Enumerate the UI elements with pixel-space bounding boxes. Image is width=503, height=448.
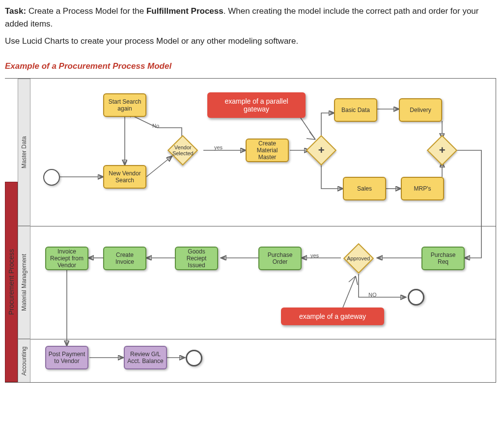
task-line-2: Use Lucid Charts to create your process …	[5, 35, 498, 48]
end-event	[186, 350, 202, 366]
gateway-vendor-selected: Vendor Selected	[168, 135, 198, 165]
label: Invoice Reciept from Vendor	[48, 248, 85, 269]
label: Goods Reciept Issued	[178, 248, 215, 269]
label: Create Material Master	[249, 140, 286, 161]
callout-text: example of a gateway	[299, 312, 366, 320]
task-delivery: Delivery	[399, 98, 442, 122]
lane-material-management: Material Management	[18, 226, 30, 339]
pool-procurement-process: Procurement Process	[5, 182, 18, 382]
lane-master-data: Master Data	[18, 79, 30, 226]
task-start-search-again: Start Search again	[103, 93, 146, 117]
label: Create Invoice	[106, 252, 143, 265]
edge-label-yes: yes	[214, 144, 223, 150]
end-event-rejected	[408, 289, 424, 306]
task-text-1a: Create a Process Model for the	[28, 6, 146, 16]
label: Sales	[357, 185, 372, 192]
lane-accounting: Accounting	[18, 339, 30, 383]
pool-title: Procurement Process	[7, 249, 15, 315]
plus-icon: +	[439, 143, 446, 156]
task-review-gl-balance: Review G/L Acct. Balance	[124, 346, 167, 369]
label: Start Search again	[106, 98, 143, 112]
plus-icon: +	[318, 143, 325, 156]
task-goods-receipt-issued: Goods Reciept Issued	[175, 247, 218, 270]
gateway-parallel-join: +	[427, 135, 457, 165]
callout-parallel-gateway: example of a parallel gateway	[207, 92, 306, 118]
label: Vendor Selected	[172, 144, 194, 156]
label: Approved	[347, 255, 370, 261]
gateway-approved: Approved	[343, 243, 374, 273]
callout-text: example of a parallel gateway	[224, 97, 288, 113]
callout-gateway: example of a gateway	[281, 308, 384, 325]
task-purchase-req: Purchase Req	[421, 247, 465, 270]
task-label: Task:	[5, 6, 26, 16]
label: Purchase Order	[261, 252, 299, 265]
task-new-vendor-search: New Vendor Search	[103, 165, 146, 189]
edge-label-yes2: yes	[310, 252, 319, 258]
lane-divider-2	[30, 339, 496, 339]
lane3-label: Accounting	[21, 346, 28, 375]
task-basic-data: Basic Data	[334, 98, 377, 122]
task-purchase-order: Purchase Order	[258, 247, 302, 270]
lane2-label: Material Management	[21, 253, 28, 310]
svg-line-1	[146, 156, 172, 177]
label: Post Payment to Vendor	[48, 351, 85, 364]
task-create-material-master: Create Material Master	[246, 139, 289, 162]
task-mrps: MRP's	[401, 177, 444, 200]
edge-label-no2: NO	[368, 292, 377, 298]
label: MRP's	[414, 185, 431, 192]
lane-divider-1	[30, 226, 496, 226]
edge-label-no: No	[152, 123, 159, 129]
task-text-1b: Fulfillment Process	[146, 6, 224, 16]
label: New Vendor Search	[106, 170, 143, 184]
label: Review G/L Acct. Balance	[127, 351, 164, 364]
gateway-parallel-split: +	[306, 135, 336, 165]
task-line-1: Task: Create a Process Model for the Ful…	[5, 5, 498, 30]
bpmn-diagram: Procurement Process Master Data Material…	[5, 78, 496, 383]
label: Purchase Req	[424, 252, 462, 265]
task-sales: Sales	[343, 177, 386, 200]
start-event	[43, 169, 60, 186]
example-heading: Example of a Procurement Process Model	[5, 61, 498, 71]
lane1-label: Master Data	[21, 136, 28, 168]
label: Delivery	[410, 107, 431, 113]
task-create-invoice: Create Invoice	[103, 247, 146, 270]
connectors	[5, 79, 496, 382]
task-invoice-receipt-from-vendor: Invoice Reciept from Vendor	[45, 247, 88, 270]
label: Basic Data	[341, 107, 370, 113]
task-post-payment-to-vendor: Post Payment to Vendor	[45, 346, 88, 369]
